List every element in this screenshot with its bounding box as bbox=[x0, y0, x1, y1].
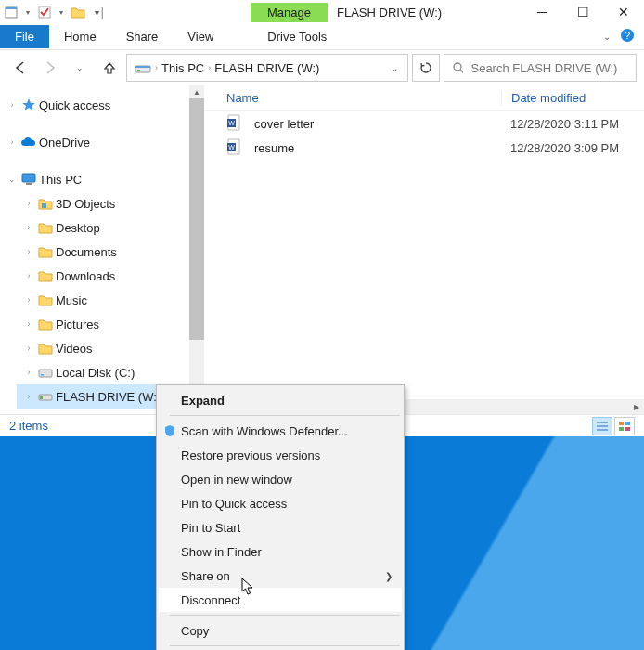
tree-label: Pictures bbox=[56, 318, 99, 332]
tree-quick-access[interactable]: › Quick access bbox=[0, 93, 189, 117]
tree-videos[interactable]: › Videos bbox=[17, 336, 189, 360]
scroll-right-arrow[interactable]: ▶ bbox=[629, 403, 644, 411]
qat-checkbox-icon[interactable] bbox=[34, 2, 55, 22]
svg-point-8 bbox=[454, 63, 461, 71]
column-name[interactable]: Name bbox=[204, 91, 501, 105]
cm-expand[interactable]: Expand bbox=[159, 388, 402, 412]
recent-locations-button[interactable]: ⌄ bbox=[67, 55, 93, 81]
chevron-right-icon[interactable]: › bbox=[6, 137, 19, 147]
tree-label: Music bbox=[56, 293, 87, 307]
ribbon-collapse-icon[interactable]: ⌄ bbox=[603, 32, 611, 42]
shield-icon bbox=[162, 423, 177, 438]
chevron-right-icon[interactable]: › bbox=[22, 295, 35, 305]
folder-icon bbox=[37, 243, 54, 260]
cm-disconnect[interactable]: Disconnect bbox=[159, 588, 402, 612]
tree-3d-objects[interactable]: › 3D Objects bbox=[17, 191, 189, 215]
address-dropdown-icon[interactable]: ⌄ bbox=[385, 63, 404, 73]
cm-open-new-window[interactable]: Open in new window bbox=[159, 467, 402, 491]
svg-rect-28 bbox=[619, 427, 624, 431]
cm-share-on[interactable]: Share on ❯ bbox=[159, 564, 402, 588]
tab-home[interactable]: Home bbox=[49, 25, 111, 48]
cm-label: Scan with Windows Defender... bbox=[181, 424, 348, 438]
svg-rect-27 bbox=[625, 422, 630, 425]
tree-local-disk[interactable]: › Local Disk (C:) bbox=[17, 360, 189, 384]
cm-separator bbox=[170, 415, 400, 416]
svg-text:W: W bbox=[228, 144, 235, 150]
cm-pin-start[interactable]: Pin to Start bbox=[159, 515, 402, 540]
chevron-right-icon[interactable]: › bbox=[22, 199, 35, 208]
help-icon[interactable]: ? bbox=[620, 28, 635, 46]
tree-label: Quick access bbox=[39, 98, 110, 112]
tree-pictures[interactable]: › Pictures bbox=[17, 312, 189, 336]
cm-show-in-finder[interactable]: Show in Finder bbox=[159, 540, 402, 564]
ribbon: File Home Share View Drive Tools ⌄ ? bbox=[0, 24, 644, 50]
chevron-right-icon[interactable]: › bbox=[22, 344, 35, 353]
chevron-right-icon[interactable]: › bbox=[22, 247, 35, 256]
qat-dropdown-1[interactable]: ▾ bbox=[23, 2, 32, 22]
svg-line-9 bbox=[460, 70, 463, 73]
window-title: FLASH DRIVE (W:) bbox=[337, 6, 442, 20]
cm-scan-defender[interactable]: Scan with Windows Defender... bbox=[159, 419, 402, 443]
tree-desktop[interactable]: › Desktop bbox=[17, 215, 189, 240]
file-row[interactable]: W resume 12/28/2020 3:09 PM bbox=[204, 136, 644, 160]
chevron-right-icon[interactable]: › bbox=[22, 368, 35, 377]
chevron-right-icon[interactable]: › bbox=[22, 223, 35, 232]
qat-dropdown-2[interactable]: ▾ bbox=[57, 2, 66, 22]
forward-button[interactable] bbox=[37, 55, 63, 81]
qat-properties-icon[interactable] bbox=[1, 2, 21, 22]
content-pane: Name Date modified W cover letter 12/28/… bbox=[204, 85, 644, 429]
file-name: resume bbox=[254, 141, 501, 155]
scroll-thumb[interactable] bbox=[189, 98, 204, 340]
cm-pin-quick-access[interactable]: Pin to Quick access bbox=[159, 491, 402, 515]
chevron-down-icon[interactable]: ⌄ bbox=[6, 175, 19, 184]
search-icon bbox=[452, 61, 463, 74]
address-bar[interactable]: › This PC › FLASH DRIVE (W:) ⌄ bbox=[126, 54, 408, 82]
details-view-button[interactable] bbox=[592, 417, 612, 436]
tree-label: FLASH DRIVE (W:) bbox=[56, 390, 161, 404]
qat-overflow[interactable]: ▾│ bbox=[90, 2, 110, 22]
tree-onedrive[interactable]: › OneDrive bbox=[0, 130, 189, 154]
tab-view[interactable]: View bbox=[173, 25, 228, 48]
close-button[interactable]: ✕ bbox=[603, 0, 644, 24]
tree-music[interactable]: › Music bbox=[17, 288, 189, 312]
tree-this-pc[interactable]: ⌄ This PC bbox=[0, 167, 189, 191]
maximize-button[interactable]: ☐ bbox=[562, 0, 603, 24]
qat-folder-icon[interactable] bbox=[68, 2, 88, 22]
tab-file[interactable]: File bbox=[0, 25, 49, 48]
back-button[interactable] bbox=[7, 55, 33, 81]
file-row[interactable]: W cover letter 12/28/2020 3:11 PM bbox=[204, 111, 644, 136]
chevron-right-icon[interactable]: › bbox=[22, 392, 35, 401]
cm-copy[interactable]: Copy bbox=[159, 618, 402, 643]
svg-rect-10 bbox=[22, 174, 35, 182]
up-button[interactable] bbox=[97, 55, 122, 81]
search-input[interactable] bbox=[470, 61, 628, 75]
tab-share[interactable]: Share bbox=[111, 25, 174, 48]
cm-restore-versions[interactable]: Restore previous versions bbox=[159, 443, 402, 467]
chevron-right-icon[interactable]: › bbox=[6, 100, 19, 110]
contextual-tab-manage[interactable]: Manage bbox=[251, 3, 328, 22]
minimize-button[interactable]: ─ bbox=[522, 0, 562, 24]
crumb-flash-drive[interactable]: FLASH DRIVE (W:) bbox=[211, 61, 323, 75]
tree-downloads[interactable]: › Downloads bbox=[17, 264, 189, 288]
refresh-button[interactable] bbox=[412, 54, 440, 82]
this-pc-children: › 3D Objects › Desktop › Documents › bbox=[0, 191, 189, 409]
thumbnails-view-button[interactable] bbox=[614, 417, 635, 436]
monitor-icon bbox=[20, 171, 37, 188]
column-date-modified[interactable]: Date modified bbox=[501, 91, 644, 105]
chevron-right-icon[interactable]: › bbox=[22, 319, 35, 329]
nav-scrollbar[interactable]: ▲ ▼ bbox=[189, 85, 204, 429]
crumb-this-pc[interactable]: This PC bbox=[158, 61, 208, 75]
svg-rect-7 bbox=[137, 70, 140, 72]
folder-icon bbox=[37, 316, 54, 332]
tree-label: Documents bbox=[56, 245, 117, 259]
chevron-right-icon[interactable]: › bbox=[22, 271, 35, 280]
disk-icon bbox=[37, 364, 54, 381]
search-box[interactable] bbox=[444, 54, 637, 82]
svg-rect-1 bbox=[6, 6, 17, 9]
tab-drive-tools[interactable]: Drive Tools bbox=[252, 25, 341, 48]
folder-icon bbox=[37, 292, 54, 308]
svg-rect-16 bbox=[40, 396, 43, 399]
scroll-up-arrow[interactable]: ▲ bbox=[189, 85, 204, 98]
tree-documents[interactable]: › Documents bbox=[17, 240, 189, 264]
svg-rect-12 bbox=[42, 203, 46, 208]
